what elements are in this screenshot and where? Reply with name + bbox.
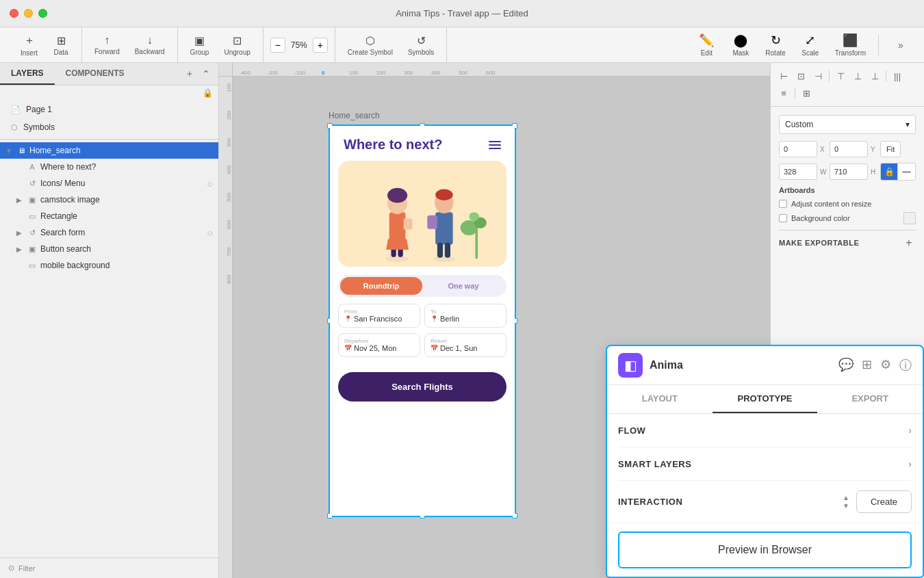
transform-button[interactable]: ⬛ Transform [830,30,871,60]
group-icon: ▣ [194,34,205,47]
backward-button[interactable]: ↓ Backward [129,31,170,58]
text-icon: A [27,163,37,171]
left-panel: LAYERS COMPONENTS ＋ ⌃ 🔒 📄 Page 1 ⬡ Symbo… [0,63,219,578]
layer-camstock[interactable]: ▶ ▣ camstock image [0,192,218,208]
color-swatch[interactable] [903,212,916,224]
layout-icon[interactable]: ⊞ [862,357,872,373]
zoom-out-button[interactable]: − [270,38,285,53]
layer-search-form[interactable]: ▶ ↺ Search form ◇ [0,224,218,241]
from-field[interactable]: From 📍 San Francisco [338,304,420,328]
anima-tab-layout[interactable]: LAYOUT [607,385,713,413]
layer-arrow-home-search: ▼ [5,147,15,155]
page-item-page1[interactable]: 📄 Page 1 [0,101,218,118]
layer-name-rectangle: Rectangle [40,211,213,221]
settings-icon[interactable]: ⚙ [880,357,891,373]
svg-point-0 [386,256,409,262]
layer-mobile-bg[interactable]: ▶ ▭ mobile background [0,257,218,274]
lock-ratio-off[interactable]: — [898,163,915,180]
align-divider-3 [795,88,795,98]
x-input[interactable] [779,141,817,157]
zoom-value[interactable]: 75% [288,40,310,50]
tab-layers[interactable]: LAYERS [0,63,55,85]
zoom-in-button[interactable]: + [313,38,328,53]
lock-ratio-on[interactable]: 🔒 [881,163,898,180]
svg-point-3 [387,188,407,203]
w-input[interactable] [779,163,817,180]
layer-arrow-icons: ▶ [16,180,26,187]
align-top-button[interactable]: ⊤ [833,68,848,83]
layer-arrow-btn-search: ▶ [16,246,26,253]
distribute-v-button[interactable]: ≡ [776,86,791,101]
ungroup-button[interactable]: ⊡ Ungroup [218,31,255,59]
edit-label: Edit [701,49,713,57]
align-left-button[interactable]: ⊢ [776,68,791,83]
layer-home-search[interactable]: ▼ 🖥 Home_search [0,142,218,159]
anima-tab-export[interactable]: EXPORT [817,385,923,413]
mask-button[interactable]: ⬤ Mask [726,30,756,60]
align-right-button[interactable]: ⊣ [810,68,825,83]
y-input[interactable] [830,141,868,157]
more-button[interactable]: » [886,37,916,53]
adjust-content-row: Adjust content on resize [779,200,916,208]
smart-layers-section-row[interactable]: SMART LAYERS › [618,447,912,481]
close-button[interactable] [10,9,18,18]
h-input[interactable] [830,163,868,180]
preview-in-browser-button[interactable]: Preview in Browser [618,531,912,568]
tidy-button[interactable]: ⊞ [799,86,814,101]
layer-where-to-next[interactable]: ▶ A Where to next? [0,159,218,175]
svg-rect-9 [435,212,453,244]
create-symbol-button[interactable]: ⬡ Create Symbol [342,31,398,59]
return-field[interactable]: Return 📅 Dec 1, Sun [424,333,506,357]
phone-header: Where to next? [330,126,515,158]
ruler-vtick-marks: 100 200 300 400 500 600 700 800 [219,77,232,302]
align-center-v-button[interactable]: ⊥ [850,68,865,83]
symbols-button[interactable]: ↺ Symbols [402,31,439,59]
insert-button[interactable]: ＋ Insert [15,31,43,60]
search-flights-button[interactable]: Search Flights [338,372,506,402]
anima-tab-prototype[interactable]: PROTOTYPE [713,385,818,413]
layer-button-search[interactable]: ▶ ▣ Button search [0,241,218,257]
departure-field[interactable]: Departure 📅 Nov 25, Mon [338,333,420,357]
tab-components[interactable]: COMPONENTS [55,63,136,85]
ruler-corner [219,63,233,77]
flow-section-row[interactable]: FLOW › [618,414,912,447]
filter-row[interactable]: ⊙ Filter [0,557,218,578]
svg-rect-12 [437,243,443,258]
maximize-button[interactable] [38,9,47,18]
background-color-checkbox[interactable] [779,214,787,222]
data-button[interactable]: ⊞ Data [47,31,75,59]
rotate-button[interactable]: ↻ Rotate [760,30,791,60]
layer-arrow-camstock: ▶ [16,196,26,204]
group-button[interactable]: ▣ Group [185,31,215,59]
fit-button[interactable]: Fit [880,141,901,157]
layer-icons-menu[interactable]: ▶ ↺ Icons/ Menu ◇ [0,175,218,192]
scale-button[interactable]: ⤢ Scale [795,30,825,60]
location-icon-to: 📍 [431,315,438,322]
toolbar-right: ✏️ Edit ⬤ Mask ↻ Rotate ⤢ Scale ⬛ Transf… [691,30,916,60]
collapse-panel-button[interactable]: ⌃ [199,67,213,81]
group-label: Group [190,49,209,56]
to-field[interactable]: To 📍 Berlin [424,304,506,328]
align-center-h-button[interactable]: ⊡ [793,68,808,83]
artboard-outer[interactable]: Where to next? [329,124,516,517]
edit-button[interactable]: ✏️ Edit [691,30,721,60]
forward-button[interactable]: ↑ Forward [89,31,125,58]
preset-dropdown[interactable]: Custom ▾ [779,115,916,134]
align-bottom-button[interactable]: ⊥ [867,68,882,83]
tab-one-way[interactable]: One way [422,277,504,295]
tab-roundtrip[interactable]: Roundtrip [340,277,422,295]
chat-icon[interactable]: 💬 [838,357,854,373]
interaction-arrows[interactable]: ▲ ▼ [843,494,849,510]
info-icon[interactable]: ⓘ [899,357,912,373]
distribute-h-button[interactable]: ||| [890,68,905,83]
minimize-button[interactable] [24,9,33,18]
adjust-content-checkbox[interactable] [779,200,787,208]
add-export-button[interactable]: + [902,236,916,250]
add-layer-button[interactable]: ＋ [183,67,196,81]
anima-name: Anima [650,359,683,371]
create-interaction-button[interactable]: Create [856,490,912,513]
backward-icon: ↓ [147,34,153,47]
artboards-section-title: Artboards [779,186,916,194]
layer-rectangle[interactable]: ▶ ▭ Rectangle [0,208,218,224]
page-item-symbols[interactable]: ⬡ Symbols [0,118,218,136]
